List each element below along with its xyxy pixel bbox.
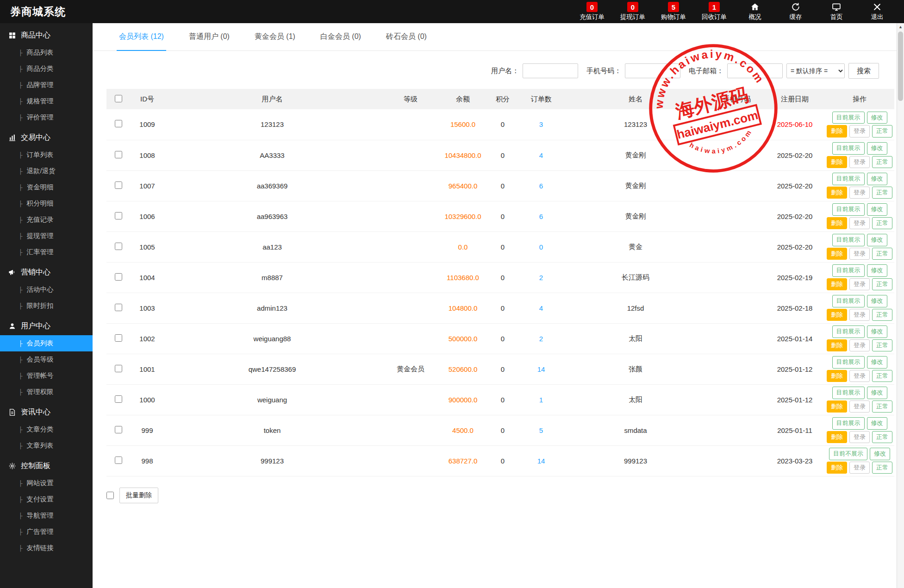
delete-button[interactable]: 删除 bbox=[827, 400, 847, 413]
sidebar-item-goods-2[interactable]: ├品牌管理 bbox=[0, 77, 93, 93]
login-button[interactable]: 登录 bbox=[849, 431, 870, 443]
sidebar-item-panel-0[interactable]: ├网站设置 bbox=[0, 475, 93, 491]
sidebar-item-goods-0[interactable]: ├商品列表 bbox=[0, 44, 93, 61]
row-checkbox[interactable] bbox=[115, 181, 122, 189]
status-button[interactable]: 正常 bbox=[872, 125, 892, 137]
sidebar-item-trade-5[interactable]: ├提现管理 bbox=[0, 228, 93, 244]
sidebar-section-panel[interactable]: 控制面板 bbox=[0, 454, 93, 475]
topbar-badge-recharge[interactable]: 0充值订单 bbox=[572, 0, 612, 23]
sidebar-section-user[interactable]: 用户中心 bbox=[0, 314, 93, 335]
sidebar-item-trade-1[interactable]: ├退款/退货 bbox=[0, 163, 93, 179]
row-checkbox[interactable] bbox=[115, 457, 122, 464]
sidebar-item-marketing-0[interactable]: ├活动中心 bbox=[0, 281, 93, 298]
batch-delete-button[interactable]: 批量删除 bbox=[119, 488, 158, 503]
status-button[interactable]: 正常 bbox=[872, 248, 892, 260]
delete-button[interactable]: 删除 bbox=[827, 278, 847, 290]
login-button[interactable]: 登录 bbox=[849, 462, 870, 474]
login-button[interactable]: 登录 bbox=[849, 370, 870, 382]
topbar-tool-homepage[interactable]: 首页 bbox=[816, 0, 857, 23]
orders-link[interactable]: 14 bbox=[537, 457, 545, 465]
email-input[interactable] bbox=[727, 63, 783, 78]
delete-button[interactable]: 删除 bbox=[827, 156, 847, 168]
delete-button[interactable]: 删除 bbox=[827, 339, 847, 351]
status-button[interactable]: 正常 bbox=[872, 309, 892, 321]
login-button[interactable]: 登录 bbox=[849, 187, 870, 199]
edit-button[interactable]: 修改 bbox=[867, 112, 887, 124]
orders-link[interactable]: 6 bbox=[539, 213, 543, 220]
sidebar-item-news-0[interactable]: ├文章分类 bbox=[0, 421, 93, 438]
login-button[interactable]: 登录 bbox=[849, 248, 870, 260]
batch-checkbox[interactable] bbox=[106, 492, 114, 499]
sidebar-item-user-2[interactable]: ├管理帐号 bbox=[0, 368, 93, 384]
scrollbar-up-arrow[interactable]: ▲ bbox=[897, 23, 904, 31]
sidebar-item-panel-4[interactable]: ├友情链接 bbox=[0, 540, 93, 556]
delete-button[interactable]: 删除 bbox=[827, 309, 847, 321]
row-checkbox[interactable] bbox=[115, 304, 122, 311]
edit-button[interactable]: 修改 bbox=[867, 295, 887, 307]
sidebar-item-trade-3[interactable]: ├积分明细 bbox=[0, 195, 93, 212]
edit-button[interactable]: 修改 bbox=[867, 264, 887, 276]
row-checkbox[interactable] bbox=[115, 334, 122, 342]
display-toggle-button[interactable]: 目前展示 bbox=[832, 234, 865, 246]
delete-button[interactable]: 删除 bbox=[827, 125, 847, 137]
sidebar-item-marketing-1[interactable]: ├限时折扣 bbox=[0, 298, 93, 314]
display-toggle-button[interactable]: 目前展示 bbox=[832, 142, 865, 154]
sidebar-item-trade-2[interactable]: ├资金明细 bbox=[0, 179, 93, 195]
sidebar-item-user-0[interactable]: ├会员列表 bbox=[0, 335, 93, 351]
topbar-tool-overview[interactable]: 概况 bbox=[735, 0, 775, 23]
delete-button[interactable]: 删除 bbox=[827, 217, 847, 229]
orders-link[interactable]: 5 bbox=[539, 426, 543, 434]
row-checkbox[interactable] bbox=[115, 426, 122, 433]
status-button[interactable]: 正常 bbox=[872, 217, 892, 229]
orders-link[interactable]: 1 bbox=[539, 396, 543, 404]
delete-button[interactable]: 删除 bbox=[827, 431, 847, 443]
display-toggle-button[interactable]: 目前展示 bbox=[832, 295, 865, 307]
login-button[interactable]: 登录 bbox=[849, 278, 870, 290]
row-checkbox[interactable] bbox=[115, 151, 122, 158]
sidebar-item-goods-4[interactable]: ├评价管理 bbox=[0, 109, 93, 125]
sidebar-item-trade-0[interactable]: ├订单列表 bbox=[0, 147, 93, 163]
display-toggle-button[interactable]: 目前展示 bbox=[832, 387, 865, 399]
sidebar-item-goods-1[interactable]: ├商品分类 bbox=[0, 61, 93, 77]
edit-button[interactable]: 修改 bbox=[867, 173, 887, 185]
edit-button[interactable]: 修改 bbox=[867, 417, 887, 429]
login-button[interactable]: 登录 bbox=[849, 400, 870, 413]
delete-button[interactable]: 删除 bbox=[827, 462, 847, 474]
search-button[interactable]: 搜索 bbox=[848, 63, 879, 79]
display-toggle-button[interactable]: 目前展示 bbox=[832, 112, 865, 124]
display-toggle-button[interactable]: 目前展示 bbox=[832, 203, 865, 215]
scrollbar-thumb[interactable] bbox=[898, 31, 903, 101]
topbar-badge-recycle[interactable]: 1回收订单 bbox=[694, 0, 735, 23]
status-button[interactable]: 正常 bbox=[872, 400, 892, 413]
row-checkbox[interactable] bbox=[115, 212, 122, 219]
orders-link[interactable]: 2 bbox=[539, 335, 543, 343]
sort-select[interactable]: = 默认排序 = bbox=[786, 63, 845, 78]
tab-2[interactable]: 黄金会员 (1) bbox=[242, 23, 308, 50]
edit-button[interactable]: 修改 bbox=[867, 142, 887, 154]
sidebar-item-panel-1[interactable]: ├支付设置 bbox=[0, 491, 93, 507]
edit-button[interactable]: 修改 bbox=[870, 448, 890, 460]
row-checkbox[interactable] bbox=[115, 120, 122, 127]
topbar-tool-logout[interactable]: 退出 bbox=[857, 0, 898, 23]
sidebar-section-marketing[interactable]: 营销中心 bbox=[0, 260, 93, 281]
tab-1[interactable]: 普通用户 (0) bbox=[176, 23, 242, 50]
phone-input[interactable] bbox=[625, 63, 680, 78]
topbar-badge-shopping[interactable]: 5购物订单 bbox=[653, 0, 694, 23]
display-toggle-button[interactable]: 目前展示 bbox=[832, 325, 865, 338]
login-button[interactable]: 登录 bbox=[849, 125, 870, 137]
row-checkbox[interactable] bbox=[115, 395, 122, 403]
display-toggle-button[interactable]: 目前展示 bbox=[832, 173, 865, 185]
row-checkbox[interactable] bbox=[115, 243, 122, 250]
delete-button[interactable]: 删除 bbox=[827, 187, 847, 199]
topbar-tool-cache[interactable]: 缓存 bbox=[775, 0, 816, 23]
tab-4[interactable]: 砖石会员 (0) bbox=[374, 23, 439, 50]
delete-button[interactable]: 删除 bbox=[827, 248, 847, 260]
status-button[interactable]: 正常 bbox=[872, 278, 892, 290]
orders-link[interactable]: 2 bbox=[539, 274, 543, 281]
status-button[interactable]: 正常 bbox=[872, 370, 892, 382]
display-toggle-button[interactable]: 目前展示 bbox=[832, 264, 865, 276]
edit-button[interactable]: 修改 bbox=[867, 387, 887, 399]
sidebar-item-goods-3[interactable]: ├规格管理 bbox=[0, 93, 93, 109]
status-button[interactable]: 正常 bbox=[872, 339, 892, 351]
select-all-checkbox[interactable] bbox=[115, 95, 122, 102]
